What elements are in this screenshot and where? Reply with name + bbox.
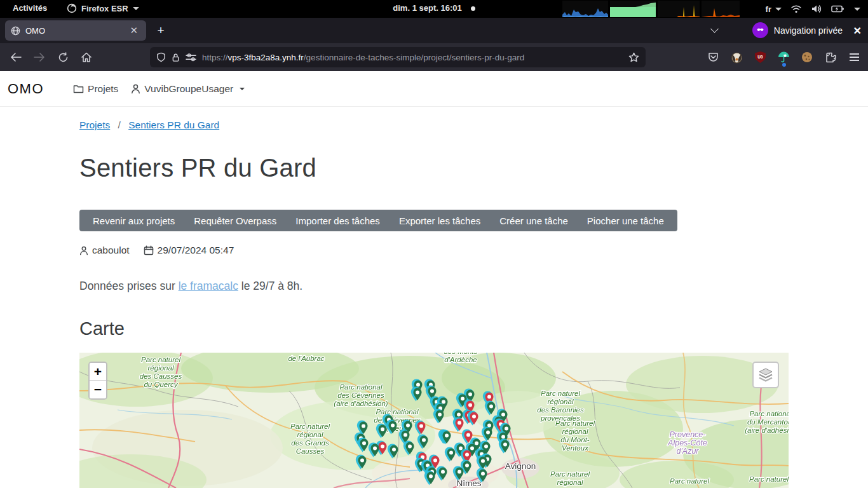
map-label-park: Parc naturel (749, 475, 789, 483)
person-icon (131, 84, 140, 94)
breadcrumb-separator: / (118, 119, 121, 130)
back-to-projects-button[interactable]: Revenir aux projets (83, 210, 184, 231)
author-icon (79, 246, 88, 255)
system-menu-chevron-icon[interactable] (854, 8, 860, 11)
map-label-park: des Montsd'Ardèche (444, 353, 477, 363)
project-meta: caboulot 29/07/2024 05:47 (79, 245, 234, 256)
list-all-tabs-button[interactable] (712, 26, 719, 34)
disk-graph (658, 1, 700, 17)
site-header: OMO Projets VuvibGroupeUsager (0, 71, 868, 107)
memory-graph (610, 1, 656, 17)
private-browsing-label: Navigation privée (774, 25, 843, 36)
browser-tab-strip: OMO ✕ + Navigation privée ✕ (0, 18, 868, 43)
umbrella-extension-icon[interactable] (775, 48, 792, 66)
cpu-graph (562, 1, 608, 17)
globe-icon (11, 26, 20, 36)
map-layers-control[interactable] (752, 362, 779, 388)
ublock-origin-icon[interactable]: U0 (751, 48, 769, 66)
creation-date: 29/07/2024 05:47 (158, 245, 234, 256)
site-brand[interactable]: OMO (8, 81, 44, 97)
window-close-button[interactable]: ✕ (853, 25, 862, 37)
lock-icon[interactable] (172, 53, 180, 62)
author-name: caboulot (92, 245, 130, 256)
map-label-city: Nîmes (456, 478, 481, 488)
pocket-button[interactable] (704, 48, 722, 66)
extension-notification-dot (782, 63, 786, 67)
map-label-park: de l'Aubrac (288, 355, 324, 362)
svg-text:U0: U0 (757, 55, 763, 59)
breadcrumb-current-link[interactable]: Sentiers PR du Gard (128, 119, 219, 130)
framacalc-link[interactable]: le framacalc (179, 280, 238, 292)
user-menu[interactable]: VuvibGroupeUsager (131, 83, 245, 95)
nav-projects-link[interactable]: Projets (73, 83, 118, 95)
map-label-park: Parc naturelrégionaldes Baronniesprovenç… (537, 390, 584, 422)
map-label-park: Parc naturel (670, 477, 709, 485)
forward-button[interactable] (29, 43, 50, 71)
page-title: Sentiers PR du Gard (79, 154, 316, 182)
export-tasks-button[interactable]: Exporter les tâches (390, 210, 490, 231)
project-description: Données prises sur le framacalc le 29/7 … (79, 280, 302, 293)
private-mask-icon (752, 22, 768, 38)
layers-icon (757, 367, 774, 383)
overpass-query-button[interactable]: Requêter Overpass (184, 210, 286, 231)
map-label-park: Parc nationaldes Cévennes(aire d'adhésio… (334, 383, 388, 407)
notification-dot (471, 6, 475, 11)
breadcrumb-projects-link[interactable]: Projets (79, 119, 110, 130)
browser-nav-toolbar: https://vps-3fba2a8a.ynh.fr/gestionnaire… (0, 43, 868, 71)
tab-title: OMO (25, 26, 127, 36)
new-tab-button[interactable]: + (153, 22, 169, 39)
page-content: OMO Projets VuvibGroupeUsager Projets / … (0, 71, 868, 488)
permissions-icon[interactable] (186, 53, 196, 62)
tracking-protection-shield-icon[interactable] (156, 52, 166, 62)
keyboard-layout-label: fr (766, 4, 771, 14)
map[interactable]: des Montsd'Ardèchede l'AubracParc nature… (79, 353, 789, 488)
folder-icon (73, 84, 84, 93)
network-graph (702, 1, 740, 17)
pick-task-button[interactable]: Piocher une tâche (578, 210, 674, 231)
map-label-city: Avignon (505, 461, 536, 471)
gnome-top-bar: Activités Firefox ESR dim. 1 sept. 16:01 (0, 0, 868, 18)
system-monitor-graphs (562, 1, 740, 17)
reload-button[interactable] (52, 43, 74, 71)
wifi-icon[interactable] (790, 4, 802, 14)
map-heading: Carte (79, 318, 125, 339)
nav-projects-label: Projets (88, 83, 118, 95)
extensions-puzzle-icon[interactable] (822, 48, 839, 66)
url-text: https://vps-3fba2a8a.ynh.fr/gestionnaire… (202, 53, 623, 62)
private-browsing-badge: Navigation privée (752, 22, 843, 38)
create-task-button[interactable]: Créer une tâche (490, 210, 578, 231)
volume-icon[interactable] (811, 4, 822, 14)
cookie-extension-icon[interactable] (798, 48, 816, 66)
url-bar[interactable]: https://vps-3fba2a8a.ynh.fr/gestionnaire… (150, 47, 646, 67)
tab-close-button[interactable]: ✕ (127, 25, 140, 36)
battery-icon[interactable] (831, 4, 845, 14)
import-tasks-button[interactable]: Importer des tâches (286, 210, 390, 231)
home-button[interactable] (76, 43, 97, 71)
project-actions-toolbar: Revenir aux projets Requêter Overpass Im… (79, 210, 677, 231)
bookmark-star-icon[interactable] (628, 52, 639, 62)
badger-extension-icon[interactable] (728, 48, 745, 66)
menu-hamburger-icon[interactable] (845, 48, 863, 66)
back-button[interactable] (5, 43, 27, 71)
map-label-park: Parc naturelrégionaldes GrandsCausses (290, 423, 330, 455)
user-menu-label: VuvibGroupeUsager (144, 83, 233, 95)
map-label-park: Parc naturelrégionaldes Caussesdu Quercy (140, 356, 182, 388)
map-canvas[interactable]: des Montsd'Ardèchede l'AubracParc nature… (79, 353, 789, 488)
breadcrumb: Projets / Sentiers PR du Gard (79, 119, 219, 131)
map-zoom-control: + − (88, 362, 107, 400)
chevron-down-icon (240, 88, 245, 90)
clock-label: dim. 1 sept. 16:01 (393, 3, 461, 13)
browser-tab[interactable]: OMO ✕ (5, 20, 146, 41)
chevron-down-icon (775, 8, 782, 11)
zoom-in-button[interactable]: + (90, 363, 106, 381)
map-label-park: Parc nationaldu Mercantour(aire d'adhési… (745, 410, 789, 434)
calendar-icon (144, 245, 154, 255)
zoom-out-button[interactable]: − (90, 381, 106, 398)
keyboard-layout-menu[interactable]: fr (766, 4, 782, 14)
